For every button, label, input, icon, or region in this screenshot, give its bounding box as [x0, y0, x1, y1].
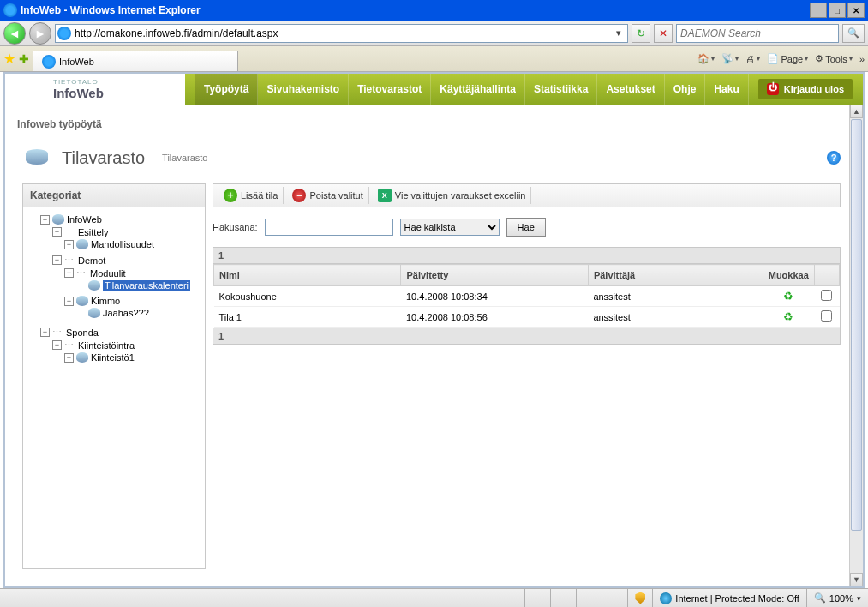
search-input[interactable] [680, 27, 835, 39]
status-empty-3 [576, 589, 602, 607]
db-icon [76, 352, 88, 363]
sidebar-title: Kategoriat [23, 184, 205, 207]
back-button[interactable]: ◄ [3, 22, 26, 45]
tools-tools[interactable]: ⚙ Tools ▾ [815, 53, 853, 64]
tools-chevron[interactable]: » [859, 54, 865, 64]
status-zoom[interactable]: 🔍 100% ▾ [806, 589, 868, 607]
remove-button[interactable]: −Poista valitut [287, 187, 368, 204]
row-checkbox[interactable] [821, 310, 832, 322]
cell-updated: 10.4.2008 10:08:34 [401, 286, 588, 307]
tree-node-kiinteisto1[interactable]: +Kiinteistö1 [64, 352, 200, 363]
search-label: Hakusana: [213, 222, 258, 232]
search-submit-button[interactable]: Hae [506, 218, 546, 237]
tree-node-infoweb[interactable]: −InfoWeb [40, 214, 200, 225]
tree-node-esittely[interactable]: −Esittely [52, 226, 200, 237]
tree-node-tilanvaraus[interactable]: Tilanvarauskalenteri [76, 280, 200, 291]
maximize-button[interactable]: □ [829, 3, 846, 18]
db-icon [88, 308, 100, 318]
tree-node-kiinteistointra[interactable]: −Kiinteistöintra [52, 340, 200, 351]
search-keyword-input[interactable] [265, 219, 393, 236]
help-icon[interactable]: ? [827, 151, 841, 165]
go-refresh-button[interactable]: ↻ [632, 24, 650, 43]
close-button[interactable]: ✕ [847, 3, 865, 18]
action-toolbar: +Lisää tila −Poista valitut XVie valittu… [213, 183, 841, 207]
export-excel-button[interactable]: XVie valittujen varaukset exceliin [373, 187, 532, 204]
tree-node-jaahas[interactable]: Jaahas??? [76, 308, 200, 318]
logout-button[interactable]: Kirjaudu ulos [758, 79, 853, 99]
add-favorite-icon[interactable]: ✚ [19, 52, 29, 66]
stop-button[interactable]: ✕ [654, 24, 673, 43]
db-icon [76, 239, 88, 249]
col-updater[interactable]: Päivittäjä [588, 265, 763, 286]
scroll-up[interactable]: ▲ [850, 105, 863, 118]
address-dropdown[interactable]: ▾ [612, 27, 626, 39]
page-content-frame: TIETOTALO InfoWeb Työpöytä Sivuhakemisto… [3, 72, 865, 588]
url-input[interactable] [71, 27, 612, 39]
shield-icon [635, 592, 645, 604]
tree-node-sponda[interactable]: −Sponda [40, 327, 200, 338]
category-tree: −InfoWeb −Esittely −Mahdollisuudet −Demo [23, 207, 205, 373]
search-row: Hakusana: Hae kaikista Hae [213, 207, 841, 247]
menu-tietovarastot[interactable]: Tietovarastot [349, 74, 431, 105]
page-header: Infoweb työpöytä [14, 113, 849, 139]
cell-updater: anssitest [588, 286, 763, 307]
logo-big: InfoWeb [53, 86, 185, 100]
add-button[interactable]: +Lisää tila [218, 187, 284, 204]
edit-icon[interactable]: ♻ [763, 286, 814, 307]
pager-bottom[interactable]: 1 [213, 328, 840, 344]
title-pane: Tilavarasto Tilavarasto ? [14, 139, 849, 183]
search-scope-select[interactable]: Hae kaikista [400, 219, 500, 236]
status-empty-4 [602, 589, 627, 607]
forward-button[interactable]: ► [29, 22, 51, 45]
tools-icon-1[interactable]: 🏠▾ [697, 53, 715, 64]
page-subtitle: Tilavarasto [162, 153, 207, 163]
ie-icon [3, 3, 17, 17]
minimize-button[interactable]: _ [810, 3, 827, 18]
excel-icon: X [378, 189, 392, 202]
tools-page[interactable]: 📄 Page ▾ [767, 53, 808, 64]
status-shield[interactable] [627, 589, 652, 607]
status-zone[interactable]: Internet | Protected Mode: Off [652, 589, 806, 607]
tree-node-demot[interactable]: −Demot [52, 255, 200, 266]
menu-statistiikka[interactable]: Statistiikka [525, 74, 597, 105]
favorites-star-icon[interactable]: ★ [3, 51, 15, 67]
search-button[interactable]: 🔍 [842, 24, 865, 43]
logo-small: TIETOTALO [53, 78, 185, 86]
col-name[interactable]: Nimi [214, 265, 401, 286]
scroll-thumb[interactable] [851, 119, 862, 531]
menu-asetukset[interactable]: Asetukset [597, 74, 664, 105]
workarea: Infoweb työpöytä Tilavarasto Tilavarasto… [5, 105, 849, 586]
status-bar: Internet | Protected Mode: Off 🔍 100% ▾ [0, 588, 868, 607]
address-bar[interactable]: ▾ [55, 24, 628, 43]
tree-node-moduulit[interactable]: −Moduulit [64, 267, 200, 279]
menu-ohje[interactable]: Ohje [665, 74, 706, 105]
cell-name[interactable]: Tila 1 [214, 307, 401, 328]
status-empty-2 [550, 589, 576, 607]
main-menu: Työpöytä Sivuhakemisto Tietovarastot Käy… [185, 74, 863, 105]
tree-node-kimmo[interactable]: −Kimmo [64, 296, 200, 306]
tree-node-mahdollisuudet[interactable]: −Mahdollisuudet [64, 239, 200, 249]
pager-top[interactable]: 1 [213, 248, 840, 264]
menu-kayttajahallinta[interactable]: Käyttäjähallinta [431, 74, 525, 105]
tools-icon-print[interactable]: 🖨▾ [745, 54, 760, 64]
vertical-scrollbar[interactable]: ▲ ▼ [849, 105, 863, 586]
col-select [814, 265, 839, 286]
browser-search[interactable] [676, 24, 839, 43]
cell-name[interactable]: Kokoushuone [214, 286, 401, 307]
browser-tab[interactable]: InfoWeb [33, 51, 238, 71]
menu-tyopoyta[interactable]: Työpöytä [195, 74, 258, 105]
status-empty-1 [524, 589, 550, 607]
globe-icon [660, 592, 672, 604]
db-icon [76, 296, 88, 306]
sidebar: Kategoriat −InfoWeb −Esittely −Mahdollis… [22, 183, 206, 569]
edit-icon[interactable]: ♻ [763, 307, 814, 328]
tools-icon-feed[interactable]: 📡▾ [721, 53, 739, 64]
col-updated[interactable]: Päivitetty [401, 265, 588, 286]
col-edit: Muokkaa [763, 265, 814, 286]
logo: TIETOTALO InfoWeb [5, 78, 185, 100]
menu-sivuhakemisto[interactable]: Sivuhakemisto [258, 74, 349, 105]
menu-haku[interactable]: Haku [705, 74, 748, 105]
scroll-down[interactable]: ▼ [850, 573, 863, 586]
row-checkbox[interactable] [821, 290, 832, 301]
browser-tabstrip: ★ ✚ InfoWeb 🏠▾ 📡▾ 🖨▾ 📄 Page ▾ ⚙ Tools ▾ … [0, 46, 868, 72]
